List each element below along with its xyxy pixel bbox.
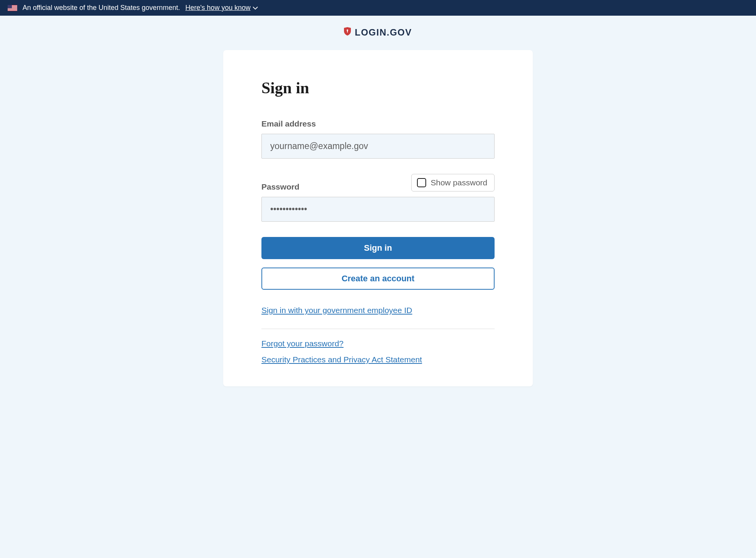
banner-disclosure-link[interactable]: Here's how you know — [185, 4, 258, 12]
signin-card: Sign in Email address Password Show pass… — [223, 50, 533, 386]
show-password-toggle[interactable]: Show password — [411, 174, 495, 191]
shield-icon — [344, 27, 351, 38]
svg-rect-4 — [8, 8, 17, 8]
svg-rect-9 — [347, 31, 348, 32]
help-links: Forgot your password? Security Practices… — [261, 339, 495, 364]
svg-rect-5 — [8, 9, 17, 10]
password-label: Password — [261, 182, 299, 191]
password-field-group: Password Show password — [261, 174, 495, 222]
email-field-group: Email address — [261, 119, 495, 159]
create-account-button[interactable]: Create an account — [261, 268, 495, 290]
svg-rect-7 — [8, 5, 12, 8]
password-input[interactable] — [261, 197, 495, 222]
security-statement-link[interactable]: Security Practices and Privacy Act State… — [261, 355, 495, 364]
email-label: Email address — [261, 119, 495, 128]
divider — [261, 329, 495, 329]
svg-rect-6 — [8, 10, 17, 10]
brand-logo: LOGIN.GOV — [344, 27, 412, 38]
email-input[interactable] — [261, 134, 495, 159]
page-title: Sign in — [261, 79, 495, 97]
brand-area: LOGIN.GOV — [0, 16, 756, 50]
gov-employee-id-link[interactable]: Sign in with your government employee ID — [261, 306, 412, 315]
us-flag-icon — [8, 5, 17, 11]
gov-banner: An official website of the United States… — [0, 0, 756, 16]
brand-name: LOGIN.GOV — [355, 27, 412, 38]
banner-text: An official website of the United States… — [23, 4, 180, 12]
chevron-down-icon — [253, 4, 258, 12]
show-password-checkbox[interactable] — [417, 178, 426, 187]
forgot-password-link[interactable]: Forgot your password? — [261, 339, 495, 348]
sign-in-button[interactable]: Sign in — [261, 237, 495, 259]
banner-link-label: Here's how you know — [185, 4, 251, 12]
show-password-label: Show password — [431, 178, 487, 187]
